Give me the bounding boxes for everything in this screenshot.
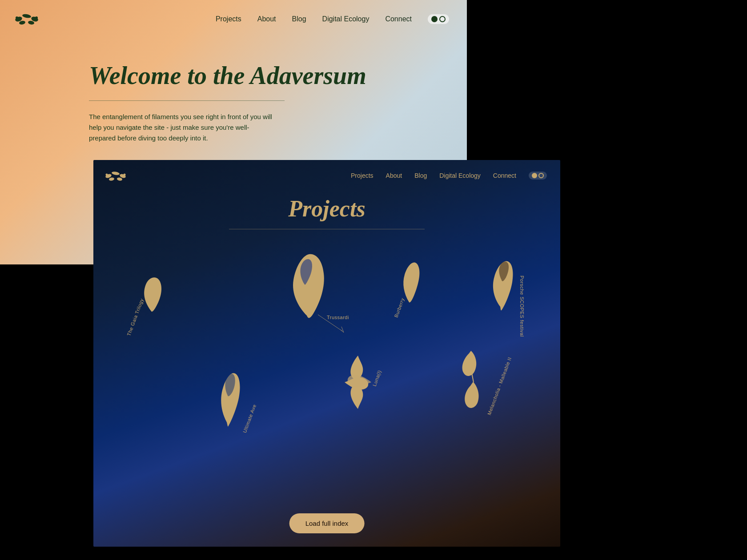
front-nav-blog[interactable]: Blog <box>414 172 427 179</box>
front-window: Projects About Blog Digital Ecology Conn… <box>93 160 560 547</box>
back-nav-about[interactable]: About <box>257 15 276 23</box>
project-melancholia[interactable]: Melancholia - Malleable II <box>462 351 513 416</box>
projects-area: The Gaia Trilogy Trussardi Burberry <box>93 240 560 520</box>
front-nav-digital-ecology[interactable]: Digital Ecology <box>439 172 481 179</box>
project-porsche-scopes[interactable]: Porsche SCOPES festival <box>493 261 525 337</box>
front-nav-about[interactable]: About <box>386 172 402 179</box>
svg-text:Luna(l): Luna(l) <box>372 369 382 387</box>
front-toggle-inactive-dot <box>538 173 544 178</box>
back-nav-connect[interactable]: Connect <box>385 15 412 23</box>
back-subtitle: The entanglement of filaments you see ri… <box>89 112 276 144</box>
front-theme-toggle[interactable] <box>529 172 547 180</box>
front-nav-projects[interactable]: Projects <box>351 172 374 179</box>
svg-text:Ultimate Ave: Ultimate Ave <box>242 404 257 434</box>
back-page-title: Welcome to the Adaversum <box>89 62 431 90</box>
back-nav-digital-ecology[interactable]: Digital Ecology <box>322 15 369 23</box>
front-nav: Projects About Blog Digital Ecology Conn… <box>93 160 560 191</box>
svg-text:Melancholia - Malleable II: Melancholia - Malleable II <box>486 356 512 416</box>
back-nav-projects[interactable]: Projects <box>216 15 241 23</box>
svg-point-14 <box>149 285 154 292</box>
project-trussardi[interactable]: Trussardi <box>293 254 349 332</box>
project-ultimate-ave[interactable]: Ultimate Ave <box>221 373 257 433</box>
back-content: Welcome to the Adaversum The entanglemen… <box>89 62 431 144</box>
project-luna[interactable]: Luna(l) <box>345 356 382 409</box>
svg-text:Porsche SCOPES festival: Porsche SCOPES festival <box>519 276 525 337</box>
svg-text:The Gaia Trilogy: The Gaia Trilogy <box>126 298 145 336</box>
load-full-index-button[interactable]: Load full index <box>289 513 365 533</box>
back-theme-toggle[interactable] <box>428 14 449 24</box>
svg-text:Burberry: Burberry <box>393 297 405 319</box>
black-right-panel <box>560 0 747 560</box>
svg-text:Trussardi: Trussardi <box>327 315 349 320</box>
front-content: Projects <box>93 196 560 247</box>
front-toggle-active-dot <box>532 173 537 178</box>
back-nav-blog[interactable]: Blog <box>292 15 306 23</box>
back-toggle-inactive-dot <box>439 16 446 22</box>
project-burberry[interactable]: Burberry <box>393 262 419 318</box>
front-nav-connect[interactable]: Connect <box>493 172 516 179</box>
project-gaia-trilogy[interactable]: The Gaia Trilogy <box>126 277 161 336</box>
front-divider <box>229 229 425 229</box>
front-page-title: Projects <box>93 196 560 222</box>
svg-point-18 <box>408 267 412 273</box>
back-nav: Projects About Blog Digital Ecology Conn… <box>0 0 467 38</box>
back-toggle-active-dot <box>431 16 438 22</box>
back-divider <box>89 100 285 101</box>
